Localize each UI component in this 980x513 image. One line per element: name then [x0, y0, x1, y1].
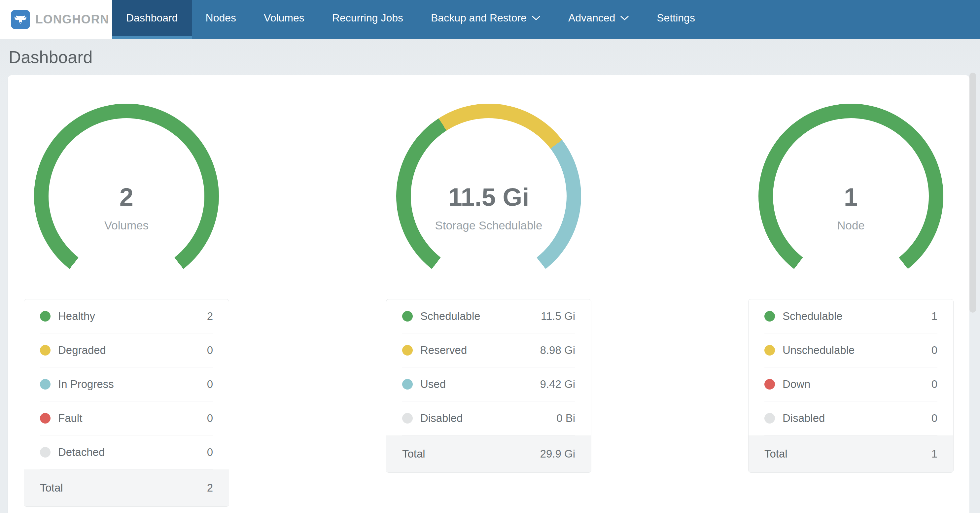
- status-dot: [40, 345, 51, 356]
- status-dot: [402, 379, 413, 389]
- legend-row-degraded: Degraded 0: [40, 334, 213, 367]
- status-dot: [764, 311, 775, 322]
- legend-row-fault: Fault 0: [40, 402, 213, 435]
- legend-row-disabled: Disabled 0 Bi: [402, 402, 575, 435]
- chevron-down-icon: [620, 15, 629, 21]
- status-dot: [764, 345, 775, 356]
- status-dot: [40, 379, 51, 389]
- status-dot: [40, 447, 51, 457]
- status-dot: [764, 379, 775, 389]
- node-total-row: Total 1: [749, 435, 953, 472]
- nav-item-recurring-jobs[interactable]: Recurring Jobs: [318, 0, 417, 39]
- node-legend-card: Schedulable 1 Unschedulable 0 Down 0 Dis…: [748, 299, 954, 473]
- status-dot: [40, 413, 51, 424]
- status-dot: [764, 413, 775, 424]
- nav-item-volumes[interactable]: Volumes: [250, 0, 318, 39]
- legend-row-unschedulable: Unschedulable 0: [764, 334, 937, 367]
- main-nav: Dashboard Nodes Volumes Recurring Jobs B…: [112, 0, 709, 39]
- storage-amount: 11.5 Gi: [448, 184, 529, 210]
- nav-item-nodes[interactable]: Nodes: [192, 0, 250, 39]
- volumes-count: 2: [119, 184, 134, 210]
- volumes-caption: Volumes: [104, 219, 149, 231]
- gauge-center: 11.5 Gi Storage Schedulable: [411, 130, 566, 286]
- nav-item-settings[interactable]: Settings: [643, 0, 709, 39]
- page-title: Dashboard: [9, 48, 980, 67]
- volumes-legend-card: Healthy 2 Degraded 0 In Progress 0 Fault…: [24, 299, 229, 507]
- storage-caption: Storage Schedulable: [435, 219, 542, 231]
- chevron-down-icon: [531, 15, 541, 21]
- storage-legend-card: Schedulable 11.5 Gi Reserved 8.98 Gi Use…: [386, 299, 591, 473]
- status-dot: [402, 413, 413, 424]
- status-dot: [40, 311, 51, 322]
- legend-row-detached: Detached 0: [40, 435, 213, 469]
- storage-total-row: Total 29.9 Gi: [386, 435, 591, 472]
- legend-row-schedulable: Schedulable 11.5 Gi: [402, 299, 575, 334]
- nav-item-backup-and-restore[interactable]: Backup and Restore: [417, 0, 554, 39]
- brand-name: LONGHORN: [35, 13, 109, 26]
- nav-item-advanced[interactable]: Advanced: [554, 0, 643, 39]
- legend-row-disabled: Disabled 0: [764, 402, 937, 435]
- volumes-total-row: Total 2: [24, 469, 229, 507]
- node-column: 1 Node Schedulable 1 Unschedulable 0 Dow…: [748, 104, 954, 513]
- brand[interactable]: LONGHORN: [0, 0, 112, 39]
- legend-row-in-progress: In Progress 0: [40, 367, 213, 402]
- legend-row-schedulable: Schedulable 1: [764, 299, 937, 334]
- storage-gauge-chart: 11.5 Gi Storage Schedulable: [396, 104, 581, 289]
- node-count: 1: [844, 184, 858, 210]
- nav-item-dashboard[interactable]: Dashboard: [112, 0, 192, 39]
- legend-row-healthy: Healthy 2: [40, 299, 213, 334]
- node-caption: Node: [837, 219, 865, 231]
- node-gauge-chart: 1 Node: [759, 104, 943, 289]
- legend-row-down: Down 0: [764, 367, 937, 402]
- scrollbar-thumb[interactable]: [969, 73, 976, 313]
- volumes-column: 2 Volumes Healthy 2 Degraded 0 In Progre…: [24, 104, 229, 513]
- legend-row-reserved: Reserved 8.98 Gi: [402, 334, 575, 367]
- gauge-center: 2 Volumes: [49, 130, 204, 286]
- longhorn-logo-icon: [11, 10, 30, 29]
- top-navbar: LONGHORN Dashboard Nodes Volumes Recurri…: [0, 0, 980, 39]
- gauge-center: 1 Node: [773, 130, 929, 286]
- status-dot: [402, 345, 413, 356]
- dashboard-panel: 2 Volumes Healthy 2 Degraded 0 In Progre…: [8, 75, 969, 513]
- legend-row-used: Used 9.42 Gi: [402, 367, 575, 402]
- storage-column: 11.5 Gi Storage Schedulable Schedulable …: [386, 104, 591, 513]
- volumes-gauge-chart: 2 Volumes: [34, 104, 219, 289]
- status-dot: [402, 311, 413, 322]
